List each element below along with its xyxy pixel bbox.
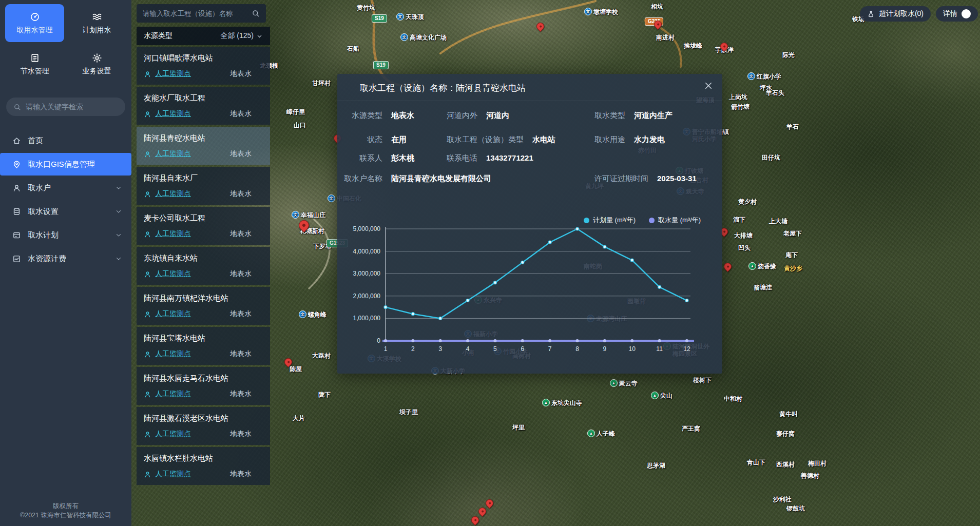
map-label-text: 梅田村 [808,460,827,467]
station-list-item[interactable]: 陆河县激石溪老区水电站人工监测点地表水 [137,407,270,445]
map-place-label: 楼树下 [693,377,712,384]
map-pin-icon[interactable] [477,506,488,517]
station-list-item[interactable]: 水唇镇水栏肚水电站人工监测点地表水 [137,447,270,485]
poi-green-icon: ▲ [748,262,756,270]
station-list-item[interactable]: 陆河县南万镇杞洋水电站人工监测点地表水 [137,287,270,325]
map-place-label: 上岗坑 [729,93,747,101]
station-list-item[interactable]: 陆河县水唇走马石水电站人工监测点地表水 [137,367,270,405]
field-cell: 联系电话13432771221 [447,152,533,164]
monitor-type-link[interactable]: 人工监测点 [155,189,226,199]
sidebar-item[interactable]: 取水设置 [0,200,131,223]
monitor-type-link[interactable]: 人工监测点 [155,389,226,399]
map-pin-icon[interactable] [484,498,495,509]
person-icon [144,391,151,398]
flask-icon [867,10,875,18]
legend-dot-icon [584,218,589,223]
sidebar-search-input[interactable] [26,103,119,111]
monitor-type-link[interactable]: 人工监测点 [155,69,226,79]
map-label-text: 东坑尖山寺 [551,399,582,406]
map-label-text: 羊石头 [766,89,784,96]
monitor-type-link[interactable]: 人工监测点 [155,269,226,279]
map-place-label: 溜下 [733,216,745,223]
station-meta-row: 人工监测点地表水 [144,430,263,439]
toggle-knob-icon[interactable] [962,9,971,18]
map-place-label: 文墩塘学校 [584,8,618,15]
station-list-item[interactable]: 陆河县自来水厂人工监测点地表水 [137,167,270,205]
sidebar-item[interactable]: 取水计划 [0,224,131,246]
station-list-item[interactable]: 东坑镇自来水站人工监测点地表水 [137,247,270,285]
map-label-text: 箭塘洼 [754,284,772,291]
station-list-item[interactable]: 友能水厂取水工程人工监测点地表水 [137,87,270,125]
sidebar-item[interactable]: 取水口GIS信息管理 [0,153,131,176]
monitor-type-link[interactable]: 人工监测点 [155,430,226,439]
station-search-input[interactable] [143,10,247,17]
map-label-text: 善德村 [801,472,819,479]
sidebar-item-label: 取水户 [28,183,108,193]
map-place-label: 田仔坑 [762,154,780,161]
monitor-type-link[interactable]: 人工监测点 [155,229,226,239]
map-label-text: 天珠顶 [406,13,424,21]
map-place-label: 箭竹塘 [731,103,750,110]
map-place-label: 大排塘 [734,232,753,239]
map-place-label: 大片 [293,415,305,422]
map-pin-icon[interactable] [722,261,733,272]
module-tab[interactable]: 业务设置 [67,45,126,83]
sidebar-item[interactable]: 首页 [0,129,131,152]
map-label-text: 老屋下 [783,230,802,237]
sidebar-item-label: 取水口GIS信息管理 [28,160,122,169]
map-label-text: 大片 [293,415,305,422]
map-place-label: 南进村 [656,34,675,41]
svg-text:1,000,000: 1,000,000 [353,315,381,322]
copyright-line1: 版权所有 [0,501,131,511]
map-pin-icon[interactable] [535,21,546,32]
monitor-type-link[interactable]: 人工监测点 [155,309,226,319]
map-label-text: 黄牛叫 [779,411,798,418]
close-icon[interactable] [704,81,713,90]
field-label: 河道内外 [447,110,477,121]
map-place-label: 山口 [294,122,306,129]
source-type-filter[interactable]: 水源类型 全部 (125) [137,27,270,45]
svg-text:5,000,000: 5,000,000 [353,225,381,232]
station-meta-row: 人工监测点地表水 [144,189,263,199]
map-label-text: 高塘文化广场 [410,34,447,41]
station-list-item[interactable]: 陆河县宝塔水电站人工监测点地表水 [137,327,270,365]
poi-green-icon: ▲ [542,399,550,406]
monitor-type-link[interactable]: 人工监测点 [155,109,226,119]
over-plan-intake-button[interactable]: 超计划取水(0) [860,6,931,22]
sidebar-item[interactable]: 取水户 [0,177,131,199]
station-search-box[interactable] [137,4,266,23]
module-active[interactable]: 取用水管理 [5,4,64,42]
detail-toggle[interactable]: 详情 [936,6,978,22]
station-list-item[interactable]: 麦卡公司取水工程人工监测点地表水 [137,207,270,245]
station-list-item[interactable]: 陆河县青硿水电站人工监测点地表水 [137,127,270,165]
map-pin-icon[interactable] [470,515,481,525]
sidebar-item[interactable]: 水资源计费 [0,247,131,270]
legend-dot-icon [649,218,655,223]
field-cell: 许可证过期时间2025-03-31 [594,173,697,184]
field-cell: 河道内外河道内 [447,110,509,121]
station-list: 河口镇唱歌潭水电站人工监测点地表水友能水厂取水工程人工监测点地表水陆河县青硿水电… [137,47,270,485]
poi-blue-icon: 文 [328,194,335,202]
map-place-label: 西溪村 [776,461,795,468]
map-place-label: 上大塘 [769,218,787,225]
map-place-label: 箭塘洼 [754,284,772,291]
station-name: 陆河县水唇走马石水电站 [144,374,263,383]
svg-text:12: 12 [683,345,690,353]
gear-icon [92,53,102,63]
monitor-type-link[interactable]: 人工监测点 [155,470,226,479]
svg-text:3: 3 [438,345,442,353]
map-label-text: 田仔坑 [762,154,780,161]
map-place-label: 文幸福山庄 [292,211,325,219]
monitor-type-link[interactable]: 人工监测点 [155,349,226,359]
station-meta-row: 人工监测点地表水 [144,269,263,279]
sidebar-search-box[interactable] [6,98,125,116]
monitor-type-link[interactable]: 人工监测点 [155,149,226,159]
station-list-item[interactable]: 河口镇唱歌潭水电站人工监测点地表水 [137,47,270,85]
water-source-type: 地表水 [230,309,263,319]
billing-icon [12,255,21,263]
search-icon [13,103,21,111]
module-tab[interactable]: 计划用水 [67,4,126,42]
map-place-label: 羊石 [786,123,799,130]
poi-blue-icon: 文 [400,33,408,41]
module-tab[interactable]: 节水管理 [5,45,64,83]
